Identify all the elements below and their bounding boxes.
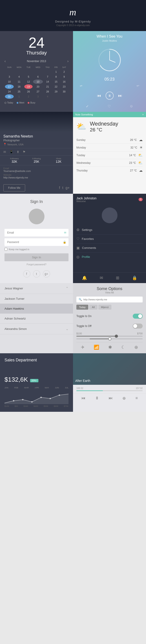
cal-day[interactable] (60, 94, 68, 99)
cal-day[interactable]: 11 (14, 80, 24, 84)
range-thumb-2[interactable] (108, 337, 111, 340)
cal-day[interactable]: 27 (33, 89, 43, 94)
tab-all[interactable]: All (89, 305, 97, 310)
social-facebook[interactable]: f (59, 186, 60, 190)
cal-day[interactable]: 14 (43, 80, 52, 84)
list-item-2[interactable]: Adam Hawkins (0, 304, 73, 314)
signin-button[interactable]: Sign In (4, 253, 68, 261)
cal-day[interactable] (43, 70, 52, 74)
bluetooth-icon[interactable]: ✱ (108, 344, 112, 350)
media-next-btn[interactable]: ⏭ (109, 396, 113, 401)
media-prev-btn[interactable]: ⏮ (81, 396, 85, 401)
keep-logged-checkbox[interactable] (4, 248, 7, 251)
tab-today[interactable]: Today (76, 305, 88, 310)
social-twitter-btn[interactable]: t (33, 270, 40, 278)
cal-day[interactable]: 3 (5, 74, 14, 79)
next-btn[interactable]: ⏭ (118, 94, 122, 98)
cal-day[interactable]: 3 (33, 94, 43, 99)
cal-day[interactable] (24, 70, 32, 74)
menu-item-comments[interactable]: ▣ Comments (76, 244, 143, 252)
cal-day[interactable]: 17 (5, 84, 14, 89)
cal-day[interactable]: 31 (5, 94, 14, 99)
forgot-link[interactable]: Forgot password? (4, 263, 68, 266)
menu-item-settings[interactable]: ⚙ Settings (76, 226, 143, 234)
settings-bar-icon[interactable]: ⊞ (116, 276, 119, 280)
moon-icon[interactable]: ☾ (121, 344, 125, 350)
wifi-icon[interactable]: 📶 (94, 344, 99, 350)
music-icon-2[interactable]: ♡ (108, 104, 111, 108)
progress-track[interactable] (76, 390, 143, 391)
cal-day[interactable] (33, 70, 43, 74)
cal-prev-btn[interactable]: ‹ (4, 59, 5, 63)
cal-day[interactable]: 12 (24, 80, 32, 84)
password-input[interactable] (4, 238, 68, 246)
list-nav-up[interactable]: ⌃ (66, 286, 68, 290)
range-track-1[interactable] (76, 336, 143, 337)
social-facebook-btn[interactable]: f (23, 270, 30, 278)
cal-day[interactable]: 29 (52, 89, 60, 94)
social-gplus-btn[interactable]: g+ (43, 270, 50, 278)
cal-day[interactable]: 18 (14, 84, 24, 89)
cal-day[interactable]: 20 (33, 84, 43, 89)
toggle-off-switch[interactable] (133, 324, 143, 328)
music-icon-3[interactable]: ☺ (130, 104, 133, 108)
cal-day[interactable]: 8 (52, 74, 60, 79)
toggle-on-switch[interactable] (133, 314, 143, 318)
media-add-btn[interactable]: ⊕ (122, 396, 126, 401)
cal-day[interactable]: 6 (33, 74, 43, 79)
options-search-input[interactable] (83, 298, 140, 301)
profile-icon-send[interactable]: ✉ (3, 150, 6, 154)
follow-button[interactable]: Follow Me (3, 184, 25, 192)
profile-icon-flag[interactable]: ⚑ (23, 150, 26, 154)
airplane-icon[interactable]: ✈ (81, 344, 85, 350)
keep-logged-check[interactable]: Keep me logged in (4, 248, 68, 251)
cal-day[interactable]: 4 (14, 74, 24, 79)
cal-day[interactable]: 30 (60, 89, 68, 94)
plus-circle-icon[interactable]: ⊕ (134, 344, 138, 350)
compose-icon[interactable]: ✉ (100, 276, 103, 280)
tab-mijenzi[interactable]: Mijenzi (98, 305, 111, 310)
email-input[interactable] (4, 229, 68, 236)
cal-day[interactable]: 4 (43, 94, 52, 99)
cal-day[interactable]: 15 (52, 80, 60, 84)
media-pause-btn[interactable]: ⏸ (95, 396, 99, 401)
lock-bottom-icon[interactable]: 🔒 (132, 276, 137, 280)
cal-day[interactable]: 1 (52, 70, 60, 74)
range-thumb-1[interactable] (115, 334, 118, 338)
menu-item-favorites[interactable]: ♡ Favorites (76, 234, 143, 244)
list-item-0[interactable]: Jesus Wagner ⌃ (0, 283, 73, 294)
cal-day[interactable]: 19 (24, 84, 32, 89)
options-viewall[interactable]: View All (76, 291, 143, 294)
cal-next-btn[interactable]: › (67, 59, 68, 63)
music-icon-1[interactable]: ✓ (86, 104, 89, 108)
prev-btn[interactable]: ⏮ (97, 94, 101, 98)
cal-day[interactable]: 2 (60, 70, 68, 74)
cal-day[interactable]: 21 (43, 84, 52, 89)
notification-badge[interactable]: 5 (139, 198, 143, 201)
list-nav-down[interactable]: ⌄ (66, 327, 68, 331)
repeat-icon[interactable]: ↩ (137, 84, 139, 88)
cal-day[interactable]: 2 (24, 94, 32, 99)
profile-icon-share[interactable]: ⬆ (17, 150, 19, 154)
cal-day[interactable] (5, 70, 14, 74)
cal-day[interactable]: 5 (24, 74, 32, 79)
range-track-2[interactable] (76, 338, 143, 339)
list-item-4[interactable]: Alexandra Simon ⌄ (0, 324, 73, 334)
cal-day[interactable]: 9 (60, 74, 68, 79)
shuffle-icon[interactable]: ⇌ (80, 84, 82, 88)
cal-day[interactable] (14, 70, 24, 74)
cal-day[interactable] (52, 94, 60, 99)
cal-day[interactable]: 25 (14, 89, 24, 94)
media-list-btn[interactable]: ≡ (136, 396, 138, 401)
note-close-icon[interactable]: × (143, 113, 144, 116)
cal-day[interactable]: 16 (60, 80, 68, 84)
cal-day[interactable]: 28 (43, 89, 52, 94)
cal-day[interactable]: 1 (14, 94, 24, 99)
cal-day[interactable]: 7 (43, 74, 52, 79)
cal-day[interactable]: 10 (5, 80, 14, 84)
cal-day[interactable]: 22 (52, 84, 60, 89)
social-twitter[interactable]: t (62, 186, 63, 190)
cal-day[interactable]: 26 (24, 89, 32, 94)
cal-day[interactable]: 24 (5, 89, 14, 94)
notif-icon[interactable]: 🔔 (82, 276, 87, 280)
